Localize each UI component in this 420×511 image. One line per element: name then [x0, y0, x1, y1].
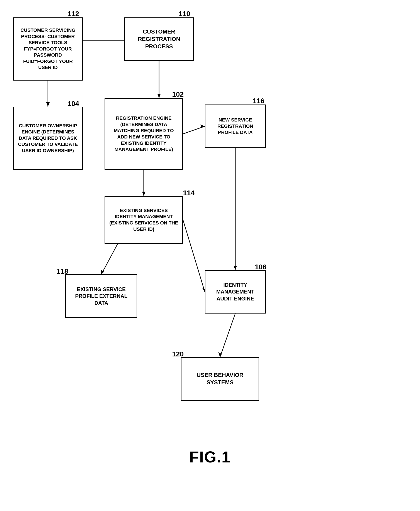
label-104: 104	[68, 100, 79, 108]
label-118: 118	[57, 267, 68, 275]
box-new-service-registration: NEW SERVICE REGISTRATION PROFILE DATA	[205, 104, 266, 148]
svg-marker-16	[233, 266, 237, 270]
box-existing-profile-external: EXISTING SERVICE PROFILE EXTERNAL DATA	[65, 274, 137, 318]
svg-marker-9	[101, 270, 104, 274]
label-112: 112	[68, 10, 79, 18]
svg-marker-1	[46, 102, 50, 107]
label-114: 114	[183, 189, 195, 197]
label-102: 102	[172, 90, 184, 98]
label-106: 106	[255, 263, 266, 271]
svg-marker-5	[200, 125, 205, 128]
svg-line-10	[183, 220, 205, 292]
svg-marker-7	[142, 192, 145, 196]
diagram-container: CUSTOMER SERVICING PROCESS- CUSTOMER SER…	[0, 0, 420, 479]
label-120: 120	[172, 350, 184, 358]
box-customer-registration: CUSTOMER REGISTRATION PROCESS	[124, 17, 194, 61]
figure-label: FIG.1	[189, 448, 231, 466]
box-customer-servicing: CUSTOMER SERVICING PROCESS- CUSTOMER SER…	[13, 17, 83, 81]
box-existing-services: EXISTING SERVICES IDENTITY MANAGEMENT (E…	[105, 196, 183, 244]
svg-marker-13	[218, 352, 222, 357]
box-registration-engine: REGISTRATION ENGINE (DETERMINES DATA MAT…	[105, 98, 183, 170]
svg-line-12	[220, 313, 235, 357]
svg-line-4	[183, 126, 205, 134]
label-116: 116	[253, 97, 264, 105]
box-user-behavior: USER BEHAVIOR SYSTEMS	[181, 357, 259, 401]
box-identity-audit-engine: IDENTITY MANAGEMENT AUDIT ENGINE	[205, 270, 266, 313]
svg-marker-3	[157, 94, 161, 98]
label-110: 110	[179, 10, 190, 18]
box-customer-ownership-engine: CUSTOMER OWNERSHIP ENGINE (DETERMINES DA…	[13, 107, 83, 170]
svg-line-8	[101, 244, 118, 274]
